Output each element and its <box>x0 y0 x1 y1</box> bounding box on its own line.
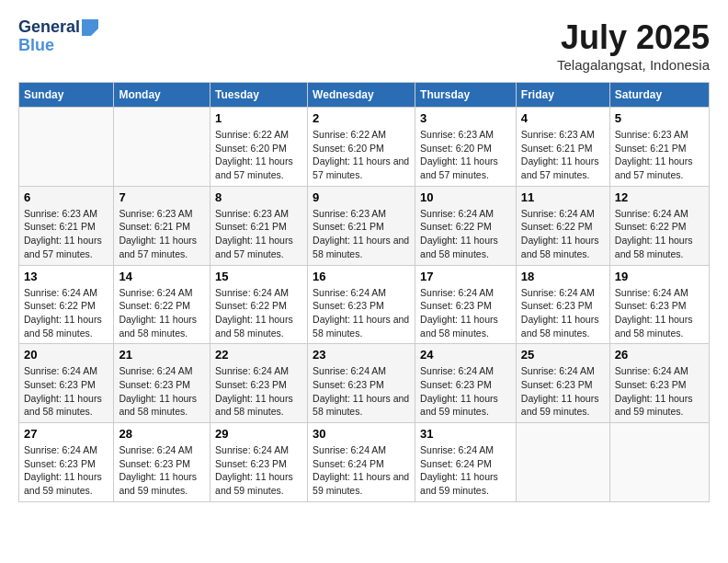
day-header-wednesday: Wednesday <box>308 83 415 108</box>
day-number: 27 <box>24 427 108 441</box>
day-info: Sunrise: 6:23 AMSunset: 6:21 PMDaylight:… <box>313 207 410 261</box>
calendar-cell <box>19 108 114 187</box>
calendar-cell: 19Sunrise: 6:24 AMSunset: 6:23 PMDayligh… <box>609 265 709 344</box>
day-number: 12 <box>615 190 704 204</box>
day-info: Sunrise: 6:24 AMSunset: 6:22 PMDaylight:… <box>215 286 302 340</box>
calendar-cell: 14Sunrise: 6:24 AMSunset: 6:22 PMDayligh… <box>114 265 210 344</box>
calendar-cell: 6Sunrise: 6:23 AMSunset: 6:21 PMDaylight… <box>19 186 114 265</box>
calendar-cell: 1Sunrise: 6:22 AMSunset: 6:20 PMDaylight… <box>210 108 308 187</box>
day-info: Sunrise: 6:23 AMSunset: 6:21 PMDaylight:… <box>521 128 605 182</box>
calendar-cell: 16Sunrise: 6:24 AMSunset: 6:23 PMDayligh… <box>308 265 415 344</box>
day-header-tuesday: Tuesday <box>210 83 308 108</box>
day-info: Sunrise: 6:24 AMSunset: 6:23 PMDaylight:… <box>615 286 704 340</box>
day-info: Sunrise: 6:24 AMSunset: 6:23 PMDaylight:… <box>215 443 302 498</box>
day-info: Sunrise: 6:24 AMSunset: 6:22 PMDaylight:… <box>119 286 205 340</box>
day-number: 10 <box>420 190 511 204</box>
calendar-cell: 21Sunrise: 6:24 AMSunset: 6:23 PMDayligh… <box>114 344 210 423</box>
day-header-friday: Friday <box>516 83 609 108</box>
title-block: July 2025 Telagalangsat, Indonesia <box>557 18 710 73</box>
day-info: Sunrise: 6:24 AMSunset: 6:22 PMDaylight:… <box>615 207 704 261</box>
day-number: 28 <box>119 427 205 441</box>
day-info: Sunrise: 6:24 AMSunset: 6:22 PMDaylight:… <box>420 207 511 261</box>
day-info: Sunrise: 6:23 AMSunset: 6:21 PMDaylight:… <box>615 128 704 182</box>
day-info: Sunrise: 6:24 AMSunset: 6:23 PMDaylight:… <box>215 364 302 419</box>
calendar-cell: 22Sunrise: 6:24 AMSunset: 6:23 PMDayligh… <box>210 344 308 423</box>
day-header-saturday: Saturday <box>609 83 709 108</box>
day-info: Sunrise: 6:24 AMSunset: 6:24 PMDaylight:… <box>313 443 410 498</box>
day-number: 26 <box>615 348 704 362</box>
calendar-cell: 4Sunrise: 6:23 AMSunset: 6:21 PMDaylight… <box>516 108 609 187</box>
day-number: 19 <box>615 270 704 283</box>
day-number: 30 <box>313 427 410 441</box>
day-info: Sunrise: 6:24 AMSunset: 6:23 PMDaylight:… <box>24 443 108 498</box>
calendar-cell: 25Sunrise: 6:24 AMSunset: 6:23 PMDayligh… <box>516 344 609 423</box>
week-row-2: 6Sunrise: 6:23 AMSunset: 6:21 PMDaylight… <box>19 186 710 265</box>
day-info: Sunrise: 6:23 AMSunset: 6:20 PMDaylight:… <box>420 128 511 182</box>
calendar-cell: 8Sunrise: 6:23 AMSunset: 6:21 PMDaylight… <box>210 186 308 265</box>
day-number: 31 <box>420 427 511 441</box>
day-info: Sunrise: 6:24 AMSunset: 6:23 PMDaylight:… <box>313 286 410 340</box>
logo-text-blue: Blue <box>18 37 54 55</box>
svg-marker-0 <box>82 19 98 36</box>
day-info: Sunrise: 6:24 AMSunset: 6:23 PMDaylight:… <box>420 364 511 419</box>
calendar-cell: 30Sunrise: 6:24 AMSunset: 6:24 PMDayligh… <box>308 423 415 502</box>
day-number: 13 <box>24 270 108 283</box>
calendar-cell <box>516 423 609 502</box>
day-header-sunday: Sunday <box>19 83 114 108</box>
header-row: SundayMondayTuesdayWednesdayThursdayFrid… <box>19 83 710 108</box>
day-number: 29 <box>215 427 302 441</box>
day-info: Sunrise: 6:22 AMSunset: 6:20 PMDaylight:… <box>313 128 410 182</box>
day-number: 6 <box>24 190 108 204</box>
day-number: 18 <box>521 270 605 283</box>
day-number: 7 <box>119 190 205 204</box>
logo-text-general: General <box>18 18 80 37</box>
day-info: Sunrise: 6:24 AMSunset: 6:24 PMDaylight:… <box>420 443 511 498</box>
calendar-cell: 31Sunrise: 6:24 AMSunset: 6:24 PMDayligh… <box>415 423 517 502</box>
calendar-table: SundayMondayTuesdayWednesdayThursdayFrid… <box>18 82 710 502</box>
day-number: 15 <box>215 270 302 283</box>
page-header: General Blue July 2025 Telagalangsat, In… <box>18 18 710 73</box>
day-info: Sunrise: 6:24 AMSunset: 6:23 PMDaylight:… <box>119 364 205 419</box>
day-number: 25 <box>521 348 605 362</box>
day-number: 16 <box>313 270 410 283</box>
calendar-cell: 9Sunrise: 6:23 AMSunset: 6:21 PMDaylight… <box>308 186 415 265</box>
day-number: 1 <box>215 111 302 125</box>
day-info: Sunrise: 6:23 AMSunset: 6:21 PMDaylight:… <box>119 207 205 261</box>
calendar-cell: 11Sunrise: 6:24 AMSunset: 6:22 PMDayligh… <box>516 186 609 265</box>
week-row-4: 20Sunrise: 6:24 AMSunset: 6:23 PMDayligh… <box>19 344 710 423</box>
logo: General Blue <box>18 18 98 55</box>
day-header-monday: Monday <box>114 83 210 108</box>
calendar-cell: 17Sunrise: 6:24 AMSunset: 6:23 PMDayligh… <box>415 265 517 344</box>
calendar-cell: 23Sunrise: 6:24 AMSunset: 6:23 PMDayligh… <box>308 344 415 423</box>
day-number: 22 <box>215 348 302 362</box>
day-info: Sunrise: 6:23 AMSunset: 6:21 PMDaylight:… <box>215 207 302 261</box>
calendar-cell: 20Sunrise: 6:24 AMSunset: 6:23 PMDayligh… <box>19 344 114 423</box>
day-info: Sunrise: 6:24 AMSunset: 6:23 PMDaylight:… <box>521 364 605 419</box>
day-info: Sunrise: 6:24 AMSunset: 6:22 PMDaylight:… <box>521 207 605 261</box>
day-number: 3 <box>420 111 511 125</box>
calendar-cell: 5Sunrise: 6:23 AMSunset: 6:21 PMDaylight… <box>609 108 709 187</box>
calendar-cell <box>114 108 210 187</box>
day-number: 8 <box>215 190 302 204</box>
calendar-cell: 18Sunrise: 6:24 AMSunset: 6:23 PMDayligh… <box>516 265 609 344</box>
calendar-cell: 3Sunrise: 6:23 AMSunset: 6:20 PMDaylight… <box>415 108 517 187</box>
day-number: 24 <box>420 348 511 362</box>
calendar-cell <box>609 423 709 502</box>
calendar-cell: 7Sunrise: 6:23 AMSunset: 6:21 PMDaylight… <box>114 186 210 265</box>
calendar-cell: 13Sunrise: 6:24 AMSunset: 6:22 PMDayligh… <box>19 265 114 344</box>
calendar-cell: 27Sunrise: 6:24 AMSunset: 6:23 PMDayligh… <box>19 423 114 502</box>
day-info: Sunrise: 6:24 AMSunset: 6:23 PMDaylight:… <box>24 364 108 419</box>
day-info: Sunrise: 6:23 AMSunset: 6:21 PMDaylight:… <box>24 207 108 261</box>
day-info: Sunrise: 6:24 AMSunset: 6:23 PMDaylight:… <box>119 443 205 498</box>
day-number: 5 <box>615 111 704 125</box>
week-row-1: 1Sunrise: 6:22 AMSunset: 6:20 PMDaylight… <box>19 108 710 187</box>
day-info: Sunrise: 6:24 AMSunset: 6:23 PMDaylight:… <box>615 364 704 419</box>
day-number: 17 <box>420 270 511 283</box>
day-info: Sunrise: 6:24 AMSunset: 6:22 PMDaylight:… <box>24 286 108 340</box>
calendar-cell: 15Sunrise: 6:24 AMSunset: 6:22 PMDayligh… <box>210 265 308 344</box>
calendar-cell: 24Sunrise: 6:24 AMSunset: 6:23 PMDayligh… <box>415 344 517 423</box>
calendar-cell: 29Sunrise: 6:24 AMSunset: 6:23 PMDayligh… <box>210 423 308 502</box>
day-number: 9 <box>313 190 410 204</box>
location: Telagalangsat, Indonesia <box>557 57 710 73</box>
day-number: 20 <box>24 348 108 362</box>
